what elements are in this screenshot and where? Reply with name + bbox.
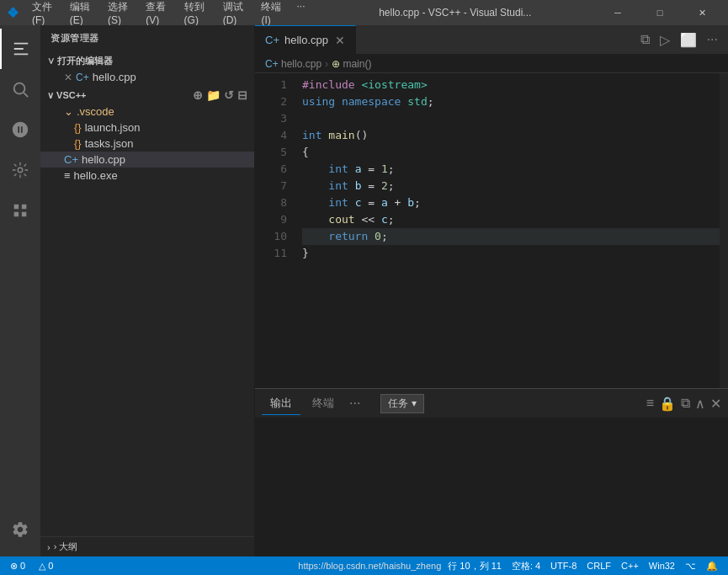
open-editors-section[interactable]: ∨ 打开的编辑器: [40, 51, 254, 69]
code-editor[interactable]: 1 2 3 4 5 6 7 8 9 10 11 #include <iostre…: [255, 73, 728, 388]
panel-menu-icon[interactable]: ≡: [646, 396, 654, 411]
breadcrumb-file[interactable]: C+ hello.cpp: [265, 58, 321, 70]
status-encoding[interactable]: UTF-8: [547, 556, 580, 575]
breadcrumb-separator: ›: [325, 58, 328, 70]
project-section[interactable]: ∨ VSC++ ⊕ 📁 ↺ ⊟: [40, 85, 254, 104]
titlebar: ❖ 文件(F) 编辑(E) 选择(S) 查看(V) 转到(G) 调试(D) 终端…: [0, 0, 728, 25]
main-layout: 资源管理器 ∨ 打开的编辑器 ✕ C+ hello.cpp ∨ VSC++ ⊕ …: [0, 25, 728, 556]
project-actions: ⊕ 📁 ↺ ⊟: [193, 88, 247, 102]
vscode-folder[interactable]: ⌄ .vscode: [40, 104, 254, 120]
code-line-3: [302, 110, 720, 127]
menu-more[interactable]: ···: [290, 0, 311, 28]
menu-terminal[interactable]: 终端(I): [254, 0, 288, 28]
status-right: https://blog.csdn.net/haishu_zheng 行 10，…: [298, 556, 721, 575]
code-line-4: int main(): [302, 127, 720, 144]
activity-debug[interactable]: [0, 150, 40, 190]
hello-exe-file[interactable]: ≡ hello.exe: [40, 168, 254, 184]
activity-explorer[interactable]: [0, 29, 40, 69]
status-line-ending[interactable]: CRLF: [583, 556, 614, 575]
panel-close-icon[interactable]: ✕: [710, 396, 721, 412]
split-editor-icon[interactable]: ⧉: [637, 30, 653, 49]
sidebar-title: 资源管理器: [40, 25, 254, 51]
panel-more-icon[interactable]: ···: [346, 396, 364, 411]
status-warnings[interactable]: △ 0: [35, 556, 56, 575]
panel-actions: ≡ 🔒 ⧉ ∧ ✕: [646, 396, 721, 412]
launch-json-name: launch.json: [85, 121, 141, 134]
tasks-json[interactable]: {} tasks.json: [40, 136, 254, 152]
panel: 输出 终端 ··· 任务 ▾ ≡ 🔒 ⧉ ∧ ✕: [255, 388, 728, 556]
status-errors[interactable]: ⊗ 0: [7, 556, 29, 575]
menu-goto[interactable]: 转到(G): [178, 0, 215, 28]
minimize-button[interactable]: ─: [598, 0, 637, 25]
file-tree: ⌄ .vscode {} launch.json {} tasks.json C…: [40, 104, 254, 536]
tab-close-icon[interactable]: ✕: [335, 34, 345, 47]
panel-tabs: 输出 终端 ··· 任务 ▾ ≡ 🔒 ⧉ ∧ ✕: [255, 389, 728, 418]
close-icon[interactable]: ✕: [64, 72, 72, 83]
folder-name: .vscode: [77, 105, 114, 118]
menu-debug[interactable]: 调试(D): [216, 0, 253, 28]
task-dropdown[interactable]: 任务 ▾: [380, 394, 424, 413]
menu-edit[interactable]: 编辑(E): [63, 0, 99, 28]
menu-bar: 文件(F) 编辑(E) 选择(S) 查看(V) 转到(G) 调试(D) 终端(I…: [25, 0, 312, 28]
status-bar: ⊗ 0 △ 0 https://blog.csdn.net/haishu_zhe…: [0, 556, 728, 575]
panel-tab-terminal[interactable]: 终端: [304, 392, 343, 414]
panel-tab-output[interactable]: 输出: [262, 392, 300, 415]
status-line-col[interactable]: 行 10，列 11: [444, 556, 505, 575]
more-actions-icon[interactable]: ···: [704, 30, 721, 49]
panel-lock-icon[interactable]: 🔒: [659, 396, 676, 412]
status-platform[interactable]: Win32: [646, 556, 678, 575]
language-text: C++: [621, 561, 639, 571]
panel-copy-icon[interactable]: ⧉: [681, 396, 690, 411]
json-icon: {}: [74, 121, 82, 134]
activity-git[interactable]: [0, 109, 40, 150]
collapse-icon[interactable]: ⊟: [237, 88, 247, 102]
status-notifications[interactable]: 🔔: [703, 556, 721, 575]
new-file-icon[interactable]: ⊕: [193, 88, 203, 102]
spaces-text: 空格: 4: [512, 560, 540, 572]
status-url: https://blog.csdn.net/haishu_zheng: [298, 561, 441, 571]
maximize-button[interactable]: □: [640, 0, 679, 25]
bell-icon: 🔔: [706, 561, 718, 572]
status-language[interactable]: C++: [618, 556, 642, 575]
platform-text: Win32: [649, 561, 675, 571]
editor-tabs: C+ hello.cpp ✕ ⧉ ▷ ⬜ ···: [255, 25, 728, 55]
code-line-11: }: [302, 245, 720, 262]
outline-section[interactable]: › › 大纲: [40, 536, 254, 556]
activity-bar: [0, 25, 40, 556]
activity-settings[interactable]: [0, 509, 40, 550]
task-label-text: 任务: [388, 397, 408, 411]
tab-cpp-icon: C+: [265, 34, 279, 46]
app-logo: ❖: [7, 5, 19, 21]
launch-json[interactable]: {} launch.json: [40, 120, 254, 136]
activity-extensions[interactable]: [0, 190, 40, 231]
menu-file[interactable]: 文件(F): [25, 0, 61, 28]
json-icon2: {}: [74, 137, 82, 150]
status-spaces[interactable]: 空格: 4: [508, 556, 544, 575]
code-line-10: return 0;: [302, 228, 720, 245]
run-icon[interactable]: ▷: [656, 30, 673, 50]
activity-search[interactable]: [0, 69, 40, 109]
menu-select[interactable]: 选择(S): [101, 0, 137, 28]
code-line-2: using namespace std;: [302, 93, 720, 110]
svg-line-1: [24, 93, 28, 97]
close-button[interactable]: ✕: [683, 0, 721, 25]
status-git[interactable]: ⌥: [682, 556, 699, 575]
open-file-name: hello.cpp: [93, 71, 136, 83]
sidebar-icon[interactable]: ⬜: [677, 30, 700, 50]
panel-collapse-icon[interactable]: ∧: [695, 396, 705, 412]
panel-output-content: [255, 418, 728, 556]
hello-cpp-file[interactable]: C+ hello.cpp: [40, 152, 254, 168]
task-selector: 任务 ▾: [380, 394, 424, 413]
folder-icon: ⌄: [64, 105, 73, 118]
new-folder-icon[interactable]: 📁: [206, 88, 221, 102]
tab-hello-cpp[interactable]: C+ hello.cpp ✕: [255, 25, 356, 55]
code-content[interactable]: #include <iostream> using namespace std;…: [295, 73, 720, 388]
code-line-1: #include <iostream>: [302, 77, 720, 93]
breadcrumb-symbol[interactable]: ⊕ main(): [332, 58, 371, 70]
menu-view[interactable]: 查看(V): [139, 0, 175, 28]
open-file-hello-cpp[interactable]: ✕ C+ hello.cpp: [40, 69, 254, 85]
task-arrow-icon: ▾: [412, 397, 417, 409]
editor-panel-area: C+ hello.cpp ✕ ⧉ ▷ ⬜ ··· C+ hello.cpp › …: [255, 25, 728, 556]
minimap: [720, 73, 728, 388]
refresh-icon[interactable]: ↺: [224, 88, 234, 102]
